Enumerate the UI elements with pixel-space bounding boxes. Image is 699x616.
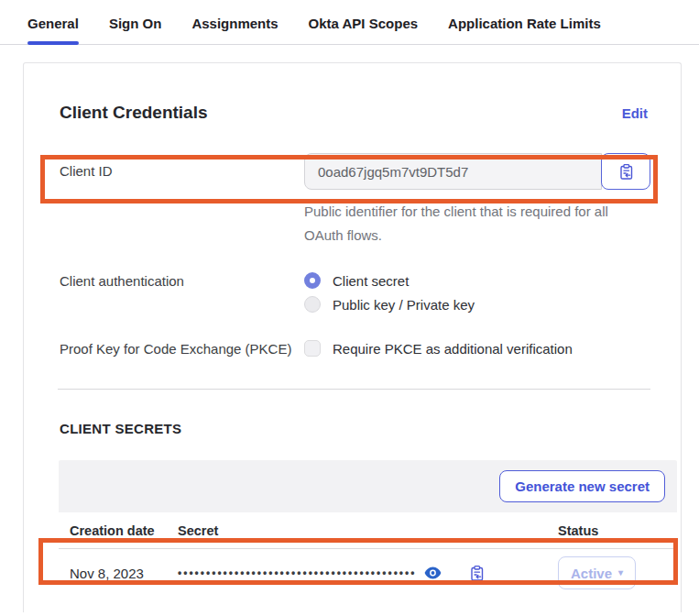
app-tab-bar: General Sign On Assignments Okta API Sco… <box>0 0 699 45</box>
radio-client-secret[interactable]: Client secret <box>304 272 475 289</box>
client-id-row: Client ID <box>60 153 648 248</box>
table-header-row: Creation date Secret Status <box>59 512 677 549</box>
radio-selected-icon[interactable] <box>304 272 321 289</box>
pkce-checkbox[interactable] <box>304 340 321 357</box>
client-secrets-title: CLIENT SECRETS <box>60 421 648 436</box>
masked-secret-value: ••••••••••••••••••••••••••••••••••••••••… <box>178 566 416 579</box>
section-divider <box>58 389 650 390</box>
tab-okta-api-scopes[interactable]: Okta API Scopes <box>309 16 419 44</box>
tab-assignments[interactable]: Assignments <box>191 16 278 44</box>
client-secrets-table: Generate new secret Creation date Secret… <box>59 460 677 597</box>
client-id-help-text: Public identifier for the client that is… <box>304 200 623 248</box>
client-credentials-card: Client Credentials Edit Client ID <box>23 62 682 612</box>
status-label: Active <box>571 566 612 581</box>
header-status: Status <box>558 523 677 538</box>
edit-link[interactable]: Edit <box>622 105 648 121</box>
tab-general[interactable]: General <box>27 16 79 44</box>
radio-client-secret-label: Client secret <box>333 273 409 289</box>
clipboard-copy-icon <box>617 163 635 181</box>
panel-title: Client Credentials <box>60 103 208 123</box>
radio-public-private-key[interactable]: Public key / Private key <box>304 296 475 313</box>
clipboard-copy-icon <box>468 565 486 582</box>
client-id-label: Client ID <box>60 153 304 179</box>
radio-unselected-icon[interactable] <box>304 296 321 313</box>
client-authentication-label: Client authentication <box>60 272 304 289</box>
cell-creation-date: Nov 8, 2023 <box>70 566 178 581</box>
pkce-checkbox-row[interactable]: Require PKCE as additional verification <box>304 340 573 357</box>
tab-application-rate-limits[interactable]: Application Rate Limits <box>448 16 601 44</box>
table-toolbar: Generate new secret <box>59 460 677 512</box>
client-authentication-row: Client authentication Client secret Publ… <box>60 272 648 313</box>
reveal-secret-button[interactable] <box>424 566 442 579</box>
client-id-input[interactable] <box>304 153 602 190</box>
pkce-row: Proof Key for Code Exchange (PKCE) Requi… <box>60 340 648 357</box>
eye-icon <box>424 566 442 579</box>
header-secret: Secret <box>178 523 558 538</box>
pkce-checkbox-label: Require PKCE as additional verification <box>333 341 573 357</box>
table-row: Nov 8, 2023 ••••••••••••••••••••••••••••… <box>59 549 677 597</box>
header-creation-date: Creation date <box>70 523 178 538</box>
radio-public-private-key-label: Public key / Private key <box>333 297 475 313</box>
generate-new-secret-button[interactable]: Generate new secret <box>499 470 665 502</box>
status-dropdown-button[interactable]: Active ▾ <box>558 556 636 589</box>
chevron-down-icon: ▾ <box>618 568 623 578</box>
tab-sign-on[interactable]: Sign On <box>109 16 162 44</box>
pkce-label: Proof Key for Code Exchange (PKCE) <box>60 341 304 357</box>
copy-client-id-button[interactable] <box>601 153 650 190</box>
copy-secret-button[interactable] <box>468 565 486 582</box>
